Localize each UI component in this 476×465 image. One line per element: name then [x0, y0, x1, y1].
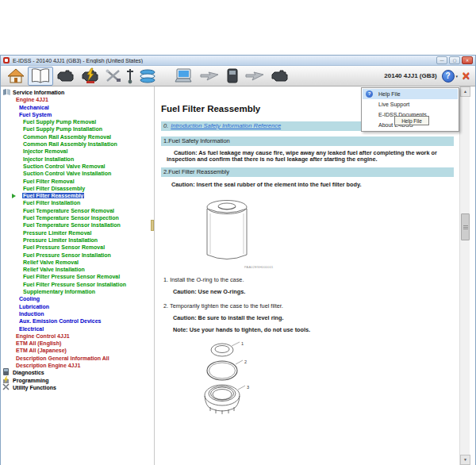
connect-right-button[interactable] — [242, 67, 267, 86]
tree-item-injector-installation[interactable]: Injector Installation — [1, 156, 154, 163]
tree-item-fuel-filter-reassembly[interactable]: Fuel Filter Reassembly — [1, 192, 154, 199]
svg-text:1: 1 — [241, 341, 244, 346]
tree-item-lubrication[interactable]: Lubrication — [1, 303, 154, 310]
tree-item-mechanical[interactable]: Mechanical — [1, 104, 154, 111]
engine-flash-button[interactable] — [78, 67, 102, 86]
tree-item-programming[interactable]: Programming — [1, 377, 154, 384]
help-button[interactable]: ? — [442, 70, 455, 83]
tree-item-relief-valve-removal[interactable]: Relief Valve Removal — [1, 259, 154, 266]
tree-item-description-general-information-all[interactable]: Description General Information All — [1, 355, 154, 362]
step-2-caution: Caution: Be sure to install the level ri… — [173, 314, 459, 321]
vehicle-engine-icon — [270, 68, 290, 83]
tree-item-label: Fuel Filter Reassembly — [22, 193, 84, 198]
laptop-icon — [172, 67, 194, 84]
laptop-button[interactable] — [170, 67, 197, 86]
section-0-number: 0. — [163, 122, 168, 129]
tree-item-etm-all-japanese-[interactable]: ETM All (Japanese) — [1, 347, 154, 354]
scroll-down-button[interactable]: ▼ — [460, 455, 470, 465]
tree-item-fuel-pressure-sensor-installation[interactable]: Fuel Pressure Sensor Installation — [1, 252, 154, 259]
tree-item-fuel-system[interactable]: Fuel System — [1, 111, 154, 118]
help-caret-icon[interactable]: ▾ — [456, 74, 459, 79]
maximize-button[interactable]: ▢ — [449, 56, 460, 64]
handheld-tester-icon — [225, 67, 240, 84]
tree-item-engine-control-4jj1[interactable]: Engine Control 4JJ1 — [1, 332, 154, 340]
tree-item-label: Suction Control Valve Removal — [22, 163, 106, 169]
section-1-band: 1.Fuel Safety Information — [161, 136, 454, 146]
tree-item-label: Engine 4JJ1 — [15, 97, 49, 102]
tree-item-label: Pressure Limiter Installation — [22, 237, 98, 243]
tree-item-fuel-pressure-sensor-removal[interactable]: Fuel Pressure Sensor Removal — [1, 244, 154, 251]
connect-arrow-right-icon — [244, 70, 265, 82]
special-tools-button[interactable] — [102, 67, 124, 86]
engine-service-button[interactable] — [53, 67, 78, 86]
tree-item-label: Lubrication — [18, 304, 50, 309]
tree-item-relief-valve-installation[interactable]: Relief Valve Installation — [1, 266, 154, 273]
tree-item-label: Relief Valve Removal — [22, 259, 79, 265]
tree-item-suction-control-valve-removal[interactable]: Suction Control Valve Removal — [1, 163, 154, 170]
svg-text:3: 3 — [247, 385, 249, 390]
tree-item-common-rail-assembly-installation[interactable]: Common Rail Assembly Installation — [1, 140, 154, 148]
tree-item-induction[interactable]: Induction — [1, 310, 154, 317]
splitter-handle[interactable] — [151, 220, 154, 231]
introduction-safety-reference-link[interactable]: Introduction Safety Information Referenc… — [171, 122, 281, 129]
tree-item-fuel-filter-disassembly[interactable]: Fuel Filter Disassembly — [1, 185, 154, 192]
tree-item-pressure-limiter-installation[interactable]: Pressure Limiter Installation — [1, 236, 154, 244]
probe-button[interactable] — [124, 67, 136, 86]
service-manual-button[interactable] — [28, 67, 53, 86]
tree-item-label: Fuel Filter Installation — [22, 200, 81, 206]
tree-item-supplementary-information[interactable]: Supplementary Information — [1, 288, 154, 295]
close-session-button[interactable]: ✕ — [462, 71, 470, 81]
tree-item-suction-control-valve-installation[interactable]: Suction Control Valve Installation — [1, 170, 154, 177]
app-icon — [3, 57, 10, 63]
data-discs-button[interactable] — [136, 67, 159, 86]
fuel-filter-element-figure — [203, 199, 459, 264]
tree-item-label: Utility Functions — [12, 385, 57, 390]
tree-item-label: Pressure Limiter Removal — [22, 230, 92, 236]
tree-item-etm-all-english-[interactable]: ETM All (English) — [1, 340, 154, 347]
tree-item-injector-removal[interactable]: Injector Removal — [1, 148, 154, 155]
connect-left-button[interactable] — [197, 67, 222, 86]
tree-item-electrical[interactable]: Electrical — [1, 325, 154, 332]
tree-item-cooling[interactable]: Cooling — [1, 295, 154, 302]
tree-item-utility-functions[interactable]: Utility Functions — [1, 384, 154, 391]
tree-item-fuel-supply-pump-removal[interactable]: Fuel Supply Pump Removal — [1, 118, 154, 125]
tree-item-label: Programming — [12, 378, 50, 383]
content-scrollbar[interactable]: ▲ ▼ — [459, 86, 470, 465]
tree-item-fuel-temperature-sensor-inspection[interactable]: Fuel Temperature Sensor Inspection — [1, 214, 154, 221]
tree-item-pressure-limiter-removal[interactable]: Pressure Limiter Removal — [1, 229, 154, 236]
step-2: 2. Temporarily tighten the case to the f… — [163, 302, 459, 309]
step-1-caution: Caution: Use new O-rings. — [173, 288, 459, 295]
minimize-button[interactable]: — — [436, 56, 447, 64]
tree-item-fuel-filter-pressure-sensor-removal[interactable]: Fuel Filter Pressure Sensor Removal — [1, 273, 154, 280]
scrollbar-thumb[interactable] — [461, 213, 470, 240]
menu-item-help-file[interactable]: ? Help File — [363, 89, 458, 99]
figure1-caption: PAA02ESH000001 — [244, 265, 459, 269]
tree-item-description-engine-4jj1[interactable]: Description Engine 4JJ1 — [1, 362, 154, 369]
tree-item-fuel-filter-removal[interactable]: Fuel Filter Removal — [1, 178, 154, 185]
engine-icon — [56, 68, 75, 83]
tree-item-service-information[interactable]: Service Information — [1, 89, 154, 96]
tree-item-label: Cooling — [18, 296, 40, 302]
handheld-tester-button[interactable] — [222, 67, 242, 86]
tree-item-label: Supplementary Information — [22, 289, 96, 294]
tree-item-aux-emission-control-devices[interactable]: Aux. Emission Control Devices — [1, 317, 154, 325]
scroll-up-button[interactable]: ▲ — [460, 86, 470, 97]
tree-item-fuel-filter-installation[interactable]: Fuel Filter Installation — [1, 199, 154, 206]
home-button[interactable] — [4, 67, 28, 86]
main-region: Service InformationEngine 4JJ1Mechanical… — [1, 86, 475, 465]
step-1: 1. Install the O-ring to the case. — [163, 276, 459, 283]
utility-functions-icon — [2, 383, 12, 392]
tree-item-common-rail-assembly-removal[interactable]: Common Rail Assembly Removal — [1, 133, 154, 140]
tree-item-fuel-temperature-sensor-installation[interactable]: Fuel Temperature Sensor Installation — [1, 221, 154, 229]
tree-item-fuel-temperature-sensor-removal[interactable]: Fuel Temperature Sensor Removal — [1, 207, 154, 214]
tree-item-fuel-filter-pressure-sensor-installation[interactable]: Fuel Filter Pressure Sensor Installation — [1, 281, 154, 288]
tree-item-label: Fuel Temperature Sensor Inspection — [22, 215, 120, 221]
tree-item-label: Service Information — [12, 90, 65, 95]
vehicle-engine-button[interactable] — [267, 67, 292, 86]
menu-item-live-support[interactable]: Live Support — [363, 99, 458, 110]
tree-item-fuel-supply-pump-installation[interactable]: Fuel Supply Pump Installation — [1, 125, 154, 133]
tree-item-diagnostics[interactable]: Diagnostics — [1, 369, 154, 376]
tree-item-engine-4jj1[interactable]: Engine 4JJ1 — [1, 96, 154, 103]
home-icon — [6, 67, 25, 84]
close-button[interactable]: ✕ — [462, 56, 473, 64]
